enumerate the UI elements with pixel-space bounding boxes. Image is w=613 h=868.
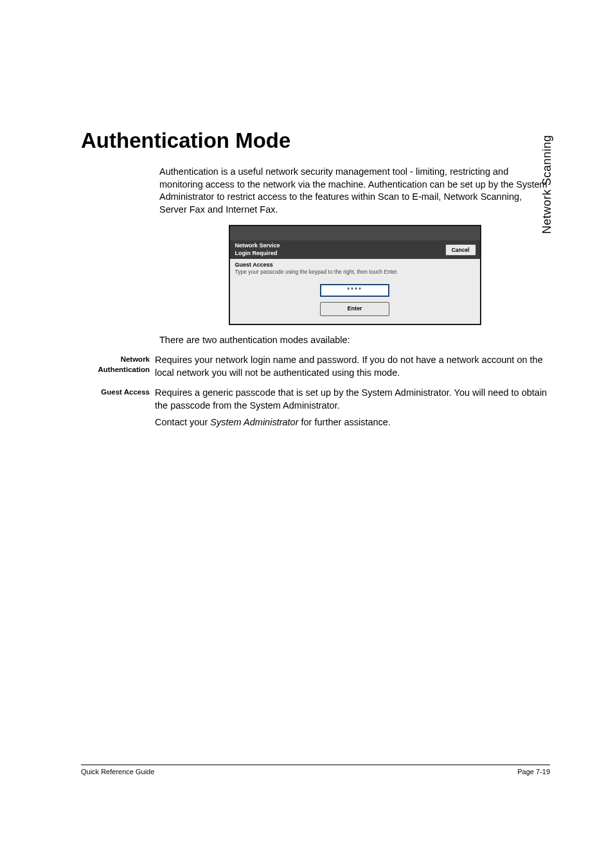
enter-button[interactable]: Enter: [320, 302, 389, 316]
dialog-header: Network Service Login Required Cancel: [230, 240, 480, 259]
page-footer: Quick Reference Guide Page 7-19: [81, 765, 550, 775]
dialog-title-line1: Network Service: [235, 242, 280, 249]
footer-right: Page 7-19: [517, 768, 550, 775]
dialog-topbar: [230, 226, 480, 240]
term-guest-access: Guest Access: [81, 387, 155, 432]
term-network-authentication: Network Authentication: [81, 354, 155, 379]
footer-left: Quick Reference Guide: [81, 768, 154, 775]
system-administrator-emphasis: System Administrator: [210, 417, 298, 427]
modes-intro: There are two authentication modes avail…: [159, 334, 550, 347]
side-vertical-label: Network Scanning: [540, 135, 554, 234]
term-line2: Authentication: [98, 366, 150, 373]
passcode-input[interactable]: ****: [320, 284, 389, 297]
login-dialog: Network Service Login Required Cancel Gu…: [229, 225, 481, 325]
body-guest-access: Requires a generic passcode that is set …: [155, 387, 550, 432]
body-network-authentication: Requires your network login name and pas…: [155, 354, 550, 379]
dialog-title-line2: Login Required: [235, 250, 280, 257]
guest-body-p1: Requires a generic passcode that is set …: [155, 387, 550, 412]
page-heading: Authentication Mode: [81, 128, 550, 153]
term-line1: Network: [121, 355, 150, 363]
cancel-button[interactable]: Cancel: [445, 244, 476, 256]
definition-guest-access: Guest Access Requires a generic passcode…: [81, 387, 550, 432]
definition-network-authentication: Network Authentication Requires your net…: [81, 354, 550, 379]
guest-access-label: Guest Access: [235, 261, 475, 268]
intro-paragraph: Authentication is a useful network secur…: [159, 166, 550, 216]
embedded-screenshot: Network Service Login Required Cancel Gu…: [159, 225, 550, 325]
dialog-title: Network Service Login Required: [235, 242, 280, 257]
guest-access-description: Type your passcode using the keypad to t…: [235, 269, 475, 275]
dialog-body: Guest Access Type your passcode using th…: [230, 259, 480, 324]
guest-body-p2: Contact your System Administrator for fu…: [155, 416, 550, 429]
